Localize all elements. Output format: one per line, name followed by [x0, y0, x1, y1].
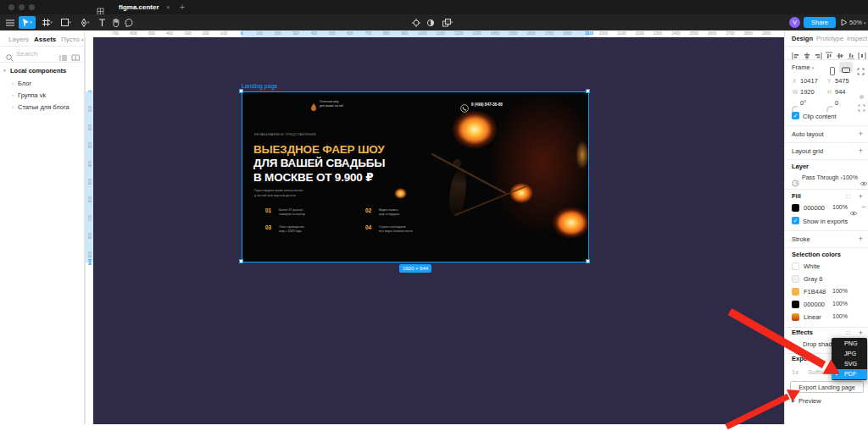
layout-grid-section: Layout grid +: [785, 144, 868, 159]
layer-section-header: Layer: [785, 163, 868, 173]
text-tool-button[interactable]: [95, 16, 108, 29]
landing-phone-number[interactable]: 8 (499) 847-38-88: [471, 102, 503, 107]
selection-color-swatch[interactable]: [792, 301, 799, 308]
shape-tool-button[interactable]: ▾: [58, 16, 75, 29]
menu-hamburger-icon[interactable]: [3, 16, 17, 29]
selection-color-row[interactable]: Linear100%: [785, 312, 868, 324]
ruler-tick: 800: [379, 31, 394, 36]
file-tab[interactable]: figma.center: [119, 3, 159, 11]
component-caret-icon[interactable]: ›: [12, 92, 14, 97]
list-view-icon[interactable]: [59, 50, 67, 65]
selection-color-swatch[interactable]: [792, 288, 799, 296]
tab-inspect[interactable]: Inspect: [847, 35, 867, 42]
ruler-tick: -700: [108, 31, 123, 36]
x-field[interactable]: 10417: [800, 77, 818, 85]
landing-subtitle: Гарантируем яркие впечатления у гостей и…: [254, 188, 303, 198]
preview-label[interactable]: Preview: [798, 397, 821, 405]
tab-assets[interactable]: Assets: [34, 36, 56, 43]
export-format-option-svg[interactable]: SVG: [832, 359, 867, 369]
selection-color-row[interactable]: White: [785, 261, 868, 274]
add-fill-icon[interactable]: +: [859, 192, 863, 201]
component-item[interactable]: ›Статьи для блога: [0, 102, 85, 113]
fill-styles-icon[interactable]: ::: [846, 193, 851, 199]
new-tab-icon[interactable]: +: [180, 3, 185, 12]
fill-section-header: Fill :: +: [785, 192, 868, 202]
rotation-field[interactable]: 0°: [800, 99, 806, 107]
selection-color-row[interactable]: F1B448100%: [785, 286, 868, 299]
contrast-icon[interactable]: [424, 16, 437, 29]
remove-fill-icon[interactable]: −: [861, 202, 865, 211]
component-item[interactable]: ›Блог: [0, 78, 85, 89]
avatar[interactable]: V: [789, 17, 800, 28]
fill-color-swatch[interactable]: [792, 204, 799, 212]
pixel-grid-icon[interactable]: [409, 16, 423, 29]
selection-color-swatch[interactable]: [792, 275, 799, 283]
frame-type-dropdown[interactable]: Frame ▾: [792, 64, 814, 71]
export-format-option-jpg[interactable]: JPG: [832, 349, 867, 359]
y-field[interactable]: 5475: [835, 77, 849, 85]
corner-radius-field[interactable]: 0: [835, 99, 838, 107]
hand-tool-button[interactable]: [108, 16, 122, 29]
tab-layers[interactable]: Layers: [8, 36, 29, 43]
device-landscape-button[interactable]: [839, 62, 853, 73]
component-caret-icon[interactable]: ›: [12, 104, 14, 109]
landing-page-frame[interactable]: Огненное шоу для ваших гостей 8 (499) 84…: [242, 91, 589, 262]
tab-prototype[interactable]: Prototype: [816, 35, 843, 42]
blend-mode-dropdown[interactable]: Pass Through ▾: [802, 174, 843, 180]
selection-color-row[interactable]: 000000100%: [785, 299, 868, 312]
selection-handle-top-right[interactable]: [586, 89, 590, 93]
selection-handle-bottom-left[interactable]: [239, 259, 243, 263]
pen-tool-button[interactable]: ▾: [76, 16, 93, 29]
ruler-tick: -400: [162, 31, 177, 36]
add-effect-icon[interactable]: +: [859, 329, 863, 337]
frame-name-label[interactable]: Landing page: [242, 83, 277, 89]
effect-styles-icon[interactable]: ::: [846, 329, 851, 335]
show-in-exports-checkbox[interactable]: ✓: [792, 217, 799, 224]
zoom-level-dropdown[interactable]: 50% ▾: [849, 19, 866, 26]
selection-color-label: 000000: [804, 301, 825, 308]
component-item[interactable]: ›Группа vk: [0, 90, 85, 101]
show-in-exports-label: Show in exports: [803, 218, 848, 225]
preview-caret-icon[interactable]: ▶: [792, 398, 795, 403]
search-input[interactable]: Search: [16, 50, 37, 58]
tab-design[interactable]: Design: [792, 35, 813, 42]
width-field[interactable]: 1920: [800, 88, 815, 96]
figma-app-window: figma.center × + ▾ ▾ ▾ ▾: [0, 0, 868, 431]
frame-tool-button[interactable]: ▾: [39, 16, 56, 29]
export-format-option-png[interactable]: PNG: [832, 339, 867, 349]
component-library-icon[interactable]: ▾: [438, 16, 457, 29]
traffic-light-close[interactable]: [8, 4, 14, 10]
add-layout-grid-icon[interactable]: +: [859, 146, 863, 155]
move-tool-button[interactable]: ▾: [19, 16, 36, 29]
layer-opacity-field[interactable]: 100%: [843, 174, 858, 180]
fill-hex-field[interactable]: 000000: [804, 204, 825, 212]
ruler-tick: 100: [252, 31, 267, 36]
export-format-option-pdf[interactable]: PDF✓: [832, 369, 867, 379]
close-tab-icon[interactable]: ×: [166, 3, 170, 11]
selection-handle-top-left[interactable]: [239, 89, 243, 93]
local-components-header[interactable]: Local components: [10, 67, 66, 75]
share-button[interactable]: Share: [804, 17, 836, 28]
selection-color-row[interactable]: Gray 6: [785, 274, 868, 286]
export-scale-dropdown[interactable]: 1x: [792, 368, 798, 376]
export-suffix-input[interactable]: Suffix: [808, 368, 824, 376]
traffic-light-zoom[interactable]: [29, 4, 35, 10]
layout-grid-label: Layout grid: [792, 147, 823, 155]
comment-tool-button[interactable]: [122, 16, 136, 29]
add-auto-layout-icon[interactable]: +: [859, 130, 863, 138]
selection-handle-bottom-right[interactable]: [586, 259, 590, 263]
component-caret-icon[interactable]: ›: [12, 80, 14, 86]
selection-color-swatch[interactable]: [792, 313, 799, 321]
ruler-tick: 2900: [759, 31, 774, 36]
selection-color-swatch[interactable]: [792, 262, 799, 270]
height-field[interactable]: 944: [835, 88, 846, 96]
fill-opacity-field[interactable]: 100%: [832, 204, 848, 210]
add-stroke-icon[interactable]: +: [859, 235, 863, 243]
page-dropdown[interactable]: Пусто ▾: [61, 36, 83, 43]
local-components-caret-icon[interactable]: ▾: [3, 68, 6, 73]
library-book-icon[interactable]: [71, 50, 81, 65]
export-landing-page-button[interactable]: Export Landing page: [790, 381, 864, 393]
clip-content-checkbox[interactable]: ✓: [792, 112, 799, 119]
traffic-light-minimize[interactable]: [19, 4, 25, 10]
fill-row[interactable]: 000000 100% −: [785, 202, 868, 214]
